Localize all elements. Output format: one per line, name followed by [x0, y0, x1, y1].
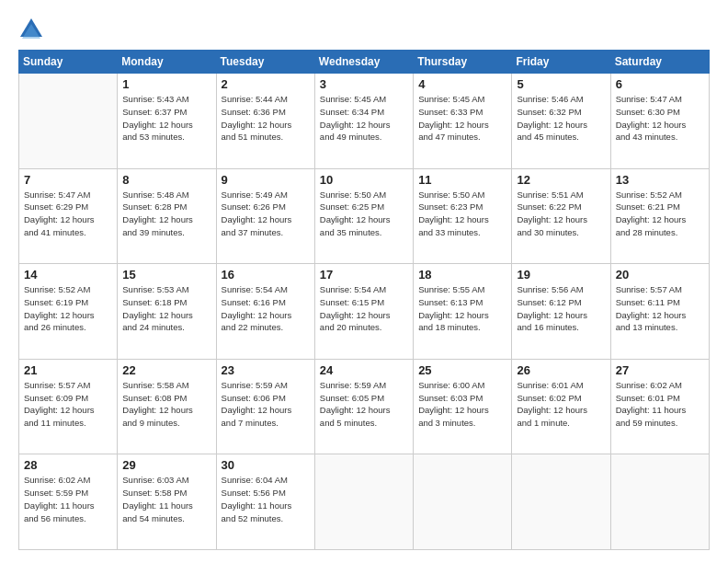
day-info: Sunrise: 5:47 AM Sunset: 6:30 PM Dayligh… [616, 93, 704, 144]
day-info: Sunrise: 5:57 AM Sunset: 6:09 PM Dayligh… [24, 379, 112, 430]
day-info: Sunrise: 6:02 AM Sunset: 5:59 PM Dayligh… [24, 474, 112, 524]
calendar-cell [314, 454, 413, 550]
day-number: 18 [418, 268, 506, 282]
day-info: Sunrise: 5:58 AM Sunset: 6:08 PM Dayligh… [122, 379, 210, 430]
weekday-header-wednesday: Wednesday [314, 51, 413, 74]
calendar-cell: 22Sunrise: 5:58 AM Sunset: 6:08 PM Dayli… [118, 359, 216, 454]
calendar-cell [414, 454, 512, 550]
day-number: 11 [418, 173, 506, 187]
day-info: Sunrise: 5:53 AM Sunset: 6:18 PM Dayligh… [122, 283, 210, 334]
day-number: 15 [122, 268, 210, 282]
day-number: 25 [418, 363, 506, 377]
day-info: Sunrise: 5:50 AM Sunset: 6:25 PM Dayligh… [320, 189, 408, 239]
calendar-cell: 20Sunrise: 5:57 AM Sunset: 6:11 PM Dayli… [610, 264, 709, 360]
calendar-page: SundayMondayTuesdayWednesdayThursdayFrid… [0, 0, 728, 563]
day-info: Sunrise: 5:51 AM Sunset: 6:22 PM Dayligh… [517, 189, 605, 239]
calendar-cell: 11Sunrise: 5:50 AM Sunset: 6:23 PM Dayli… [414, 168, 512, 264]
day-info: Sunrise: 6:03 AM Sunset: 5:58 PM Dayligh… [122, 474, 210, 524]
calendar-cell: 25Sunrise: 6:00 AM Sunset: 6:03 PM Dayli… [414, 359, 512, 454]
calendar-cell: 4Sunrise: 5:45 AM Sunset: 6:33 PM Daylig… [414, 74, 512, 169]
calendar-cell: 30Sunrise: 6:04 AM Sunset: 5:56 PM Dayli… [216, 454, 314, 550]
calendar-week-4: 21Sunrise: 5:57 AM Sunset: 6:09 PM Dayli… [19, 359, 710, 454]
logo-icon [18, 17, 44, 42]
day-number: 29 [122, 458, 210, 472]
day-number: 7 [24, 173, 112, 187]
day-number: 5 [517, 77, 605, 91]
calendar-cell: 1Sunrise: 5:43 AM Sunset: 6:37 PM Daylig… [118, 74, 216, 169]
day-info: Sunrise: 5:45 AM Sunset: 6:34 PM Dayligh… [320, 93, 408, 144]
day-number: 14 [24, 268, 112, 282]
header [18, 17, 710, 42]
weekday-header-saturday: Saturday [610, 51, 709, 74]
weekday-header-tuesday: Tuesday [216, 51, 314, 74]
calendar-cell: 14Sunrise: 5:52 AM Sunset: 6:19 PM Dayli… [19, 264, 118, 360]
day-number: 23 [222, 363, 310, 377]
day-number: 12 [517, 173, 605, 187]
calendar-cell: 8Sunrise: 5:48 AM Sunset: 6:28 PM Daylig… [118, 168, 216, 264]
calendar-cell [19, 74, 118, 169]
weekday-header-friday: Friday [512, 51, 610, 74]
weekday-header-thursday: Thursday [414, 51, 512, 74]
weekday-header-monday: Monday [118, 51, 216, 74]
day-number: 20 [616, 268, 704, 282]
day-info: Sunrise: 5:50 AM Sunset: 6:23 PM Dayligh… [418, 189, 506, 239]
logo [18, 17, 48, 42]
day-info: Sunrise: 5:59 AM Sunset: 6:05 PM Dayligh… [320, 379, 408, 430]
day-info: Sunrise: 6:04 AM Sunset: 5:56 PM Dayligh… [222, 474, 310, 524]
calendar-cell: 17Sunrise: 5:54 AM Sunset: 6:15 PM Dayli… [314, 264, 413, 360]
weekday-header-sunday: Sunday [19, 51, 118, 74]
calendar-cell: 19Sunrise: 5:56 AM Sunset: 6:12 PM Dayli… [512, 264, 610, 360]
calendar-cell: 23Sunrise: 5:59 AM Sunset: 6:06 PM Dayli… [216, 359, 314, 454]
calendar-table: SundayMondayTuesdayWednesdayThursdayFrid… [18, 50, 710, 550]
calendar-cell: 28Sunrise: 6:02 AM Sunset: 5:59 PM Dayli… [19, 454, 118, 550]
day-info: Sunrise: 5:56 AM Sunset: 6:12 PM Dayligh… [517, 283, 605, 334]
day-number: 2 [222, 77, 310, 91]
day-number: 13 [616, 173, 704, 187]
day-number: 3 [320, 77, 408, 91]
calendar-cell [610, 454, 709, 550]
day-number: 26 [517, 363, 605, 377]
day-number: 16 [222, 268, 310, 282]
calendar-cell: 10Sunrise: 5:50 AM Sunset: 6:25 PM Dayli… [314, 168, 413, 264]
day-number: 17 [320, 268, 408, 282]
day-number: 27 [616, 363, 704, 377]
day-number: 30 [222, 458, 310, 472]
calendar-cell: 5Sunrise: 5:46 AM Sunset: 6:32 PM Daylig… [512, 74, 610, 169]
day-number: 28 [24, 458, 112, 472]
day-info: Sunrise: 5:44 AM Sunset: 6:36 PM Dayligh… [222, 93, 310, 144]
calendar-cell: 9Sunrise: 5:49 AM Sunset: 6:26 PM Daylig… [216, 168, 314, 264]
day-number: 4 [418, 77, 506, 91]
calendar-cell: 29Sunrise: 6:03 AM Sunset: 5:58 PM Dayli… [118, 454, 216, 550]
calendar-week-3: 14Sunrise: 5:52 AM Sunset: 6:19 PM Dayli… [19, 264, 710, 360]
day-number: 8 [122, 173, 210, 187]
day-number: 24 [320, 363, 408, 377]
day-info: Sunrise: 5:45 AM Sunset: 6:33 PM Dayligh… [418, 93, 506, 144]
calendar-week-2: 7Sunrise: 5:47 AM Sunset: 6:29 PM Daylig… [19, 168, 710, 264]
day-info: Sunrise: 5:46 AM Sunset: 6:32 PM Dayligh… [517, 93, 605, 144]
calendar-cell: 6Sunrise: 5:47 AM Sunset: 6:30 PM Daylig… [610, 74, 709, 169]
day-info: Sunrise: 5:52 AM Sunset: 6:21 PM Dayligh… [616, 189, 704, 239]
calendar-cell: 24Sunrise: 5:59 AM Sunset: 6:05 PM Dayli… [314, 359, 413, 454]
day-number: 21 [24, 363, 112, 377]
day-info: Sunrise: 5:54 AM Sunset: 6:15 PM Dayligh… [320, 283, 408, 334]
calendar-cell: 3Sunrise: 5:45 AM Sunset: 6:34 PM Daylig… [314, 74, 413, 169]
calendar-week-5: 28Sunrise: 6:02 AM Sunset: 5:59 PM Dayli… [19, 454, 710, 550]
calendar-cell: 13Sunrise: 5:52 AM Sunset: 6:21 PM Dayli… [610, 168, 709, 264]
day-info: Sunrise: 5:54 AM Sunset: 6:16 PM Dayligh… [222, 283, 310, 334]
calendar-week-1: 1Sunrise: 5:43 AM Sunset: 6:37 PM Daylig… [19, 74, 710, 169]
day-info: Sunrise: 5:43 AM Sunset: 6:37 PM Dayligh… [122, 93, 210, 144]
calendar-cell: 2Sunrise: 5:44 AM Sunset: 6:36 PM Daylig… [216, 74, 314, 169]
weekday-header-row: SundayMondayTuesdayWednesdayThursdayFrid… [19, 51, 710, 74]
day-info: Sunrise: 5:48 AM Sunset: 6:28 PM Dayligh… [122, 189, 210, 239]
day-info: Sunrise: 5:52 AM Sunset: 6:19 PM Dayligh… [24, 283, 112, 334]
calendar-cell: 21Sunrise: 5:57 AM Sunset: 6:09 PM Dayli… [19, 359, 118, 454]
day-number: 22 [122, 363, 210, 377]
calendar-cell: 27Sunrise: 6:02 AM Sunset: 6:01 PM Dayli… [610, 359, 709, 454]
day-info: Sunrise: 6:00 AM Sunset: 6:03 PM Dayligh… [418, 379, 506, 430]
day-info: Sunrise: 5:59 AM Sunset: 6:06 PM Dayligh… [222, 379, 310, 430]
day-number: 1 [122, 77, 210, 91]
day-info: Sunrise: 6:01 AM Sunset: 6:02 PM Dayligh… [517, 379, 605, 430]
day-info: Sunrise: 6:02 AM Sunset: 6:01 PM Dayligh… [616, 379, 704, 430]
calendar-cell: 26Sunrise: 6:01 AM Sunset: 6:02 PM Dayli… [512, 359, 610, 454]
day-number: 19 [517, 268, 605, 282]
